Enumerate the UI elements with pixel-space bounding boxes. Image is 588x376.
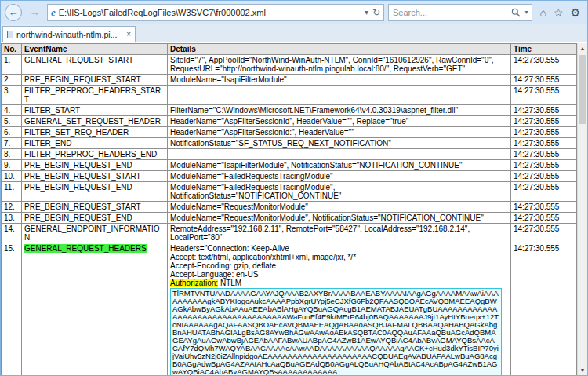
vertical-scrollbar[interactable]: ▲ ▼ [577, 43, 587, 375]
table-header-row: No. EventName Details Time [2, 44, 577, 55]
search-box[interactable]: Search... ▾ [388, 4, 532, 21]
row-number: 6. [2, 127, 22, 138]
event-time: 14:27:30.555 [511, 138, 577, 149]
log-row: 5.GENERAL_SET_REQUEST_HEADERHeaderName="… [2, 116, 577, 127]
event-time: 14:27:30.555 [511, 182, 577, 202]
address-bar[interactable]: e E:\IIS-Logs\FailedReqLogFiles\W3SVC7\f… [47, 4, 384, 21]
tab-close-icon[interactable]: × [126, 30, 131, 38]
row-number: 7. [2, 138, 22, 149]
log-row: 14.GENERAL_ENDPOINT_INFORMATIONRemoteAdd… [2, 224, 577, 243]
event-details: FilterName="C:\Windows\Microsoft.NET\Fra… [168, 105, 511, 116]
event-name: GENERAL_SET_REQUEST_HEADER [22, 116, 168, 127]
event-name: PRE_BEGIN_REQUEST_START [22, 202, 168, 213]
event-name: FILTER_START [22, 105, 168, 116]
event-details: RemoteAddress="192.168.2.11", RemotePort… [168, 224, 511, 243]
event-name: PRE_BEGIN_REQUEST_START [22, 75, 168, 86]
event-details: Headers="Connection: Keep-AliveAccept: t… [168, 243, 511, 376]
refresh-icon[interactable]: ↻ [372, 7, 380, 18]
column-header-eventname: EventName [22, 44, 168, 55]
event-name: PRE_BEGIN_REQUEST_END [22, 182, 168, 202]
event-details: ModuleName="FailedRequestsTracingModule"… [168, 182, 511, 202]
authorization-line: Authorization: NTLM [170, 279, 508, 287]
event-details: ModuleName="IsapiFilterModule" [168, 75, 511, 86]
event-details: HeaderName="AspFilterSessionId:", Header… [168, 127, 511, 138]
header-line: Accept-Encoding: gzip, deflate [170, 261, 508, 270]
log-row: 2.PRE_BEGIN_REQUEST_STARTModuleName="Isa… [2, 75, 577, 86]
ntlm-token-blob: TlRMTVNTUAADAAAAGAAYAJQAAAB2AXYBrAAAABAA… [170, 288, 502, 375]
row-number: 11. [2, 182, 22, 202]
event-time: 14:27:30.555 [511, 171, 577, 182]
row-number: 4. [2, 105, 22, 116]
forward-button[interactable]: → [26, 4, 43, 21]
browser-toolbar: ← → e E:\IIS-Logs\FailedReqLogFiles\W3SV… [1, 1, 587, 24]
address-text[interactable]: E:\IIS-Logs\FailedReqLogFiles\W3SVC7\fr0… [59, 8, 361, 17]
log-row: 6.FILTER_SET_REQ_HEADERHeaderName="AspFi… [2, 127, 577, 138]
column-header-no: No. [2, 44, 22, 55]
ie-icon: e [51, 6, 56, 19]
log-row: 11.PRE_BEGIN_REQUEST_ENDModuleName="Fail… [2, 182, 577, 202]
header-line: Accept-Language: en-US [170, 270, 508, 279]
browser-window: ← → e E:\IIS-Logs\FailedReqLogFiles\W3SV… [0, 0, 588, 376]
settings-gear-icon[interactable]: ⚙ [570, 6, 580, 19]
row-number: 9. [2, 160, 22, 171]
event-name: GENERAL_ENDPOINT_INFORMATION [22, 224, 168, 243]
header-line: Headers="Connection: Keep-Alive [170, 244, 508, 253]
search-dropdown-icon[interactable]: ▾ [524, 9, 528, 16]
row-number: 12. [2, 202, 22, 213]
event-name: GENERAL_REQUEST_HEADERS [22, 243, 168, 376]
log-row: 9.PRE_BEGIN_REQUEST_ENDModuleName="Isapi… [2, 160, 577, 171]
scrollbar-thumb[interactable] [579, 55, 586, 124]
log-table-body: 1.GENERAL_REQUEST_STARTSiteId="7", AppPo… [2, 55, 577, 376]
toolbar-icons: ⌂ ☆ ⚙ [536, 6, 583, 19]
event-time: 14:27:30.555 [511, 75, 577, 86]
trace-log-table-wrap: No. EventName Details Time 1.GENERAL_REQ… [1, 43, 577, 375]
log-row: 13.PRE_BEGIN_REQUEST_ENDModuleName="Requ… [2, 213, 577, 224]
event-name: PRE_BEGIN_REQUEST_END [22, 160, 168, 171]
row-number: 2. [2, 75, 22, 86]
event-name: FILTER_SET_REQ_HEADER [22, 127, 168, 138]
event-time: 14:27:30.555 [511, 127, 577, 138]
event-time: 14:27:30.555 [511, 86, 577, 105]
scroll-down-icon[interactable]: ▼ [578, 365, 587, 375]
log-row: 4.FILTER_STARTFilterName="C:\Windows\Mic… [2, 105, 577, 116]
row-number: 13. [2, 213, 22, 224]
trace-log-table: No. EventName Details Time 1.GENERAL_REQ… [1, 43, 577, 375]
event-time: 14:27:30.555 [511, 224, 577, 243]
event-time: 14:27:30.555 [511, 55, 577, 75]
event-details: SiteId="7", AppPoolId="NorthWind-WinAuth… [168, 55, 511, 75]
event-name: PRE_BEGIN_REQUEST_START [22, 171, 168, 182]
row-number: 14. [2, 224, 22, 243]
event-time: 14:27:30.555 [511, 105, 577, 116]
page-content: No. EventName Details Time 1.GENERAL_REQ… [1, 43, 587, 375]
event-details [168, 149, 511, 160]
scroll-up-icon[interactable]: ▲ [578, 43, 587, 53]
event-name: PRE_BEGIN_REQUEST_END [22, 213, 168, 224]
log-row: 15.GENERAL_REQUEST_HEADERSHeaders="Conne… [2, 243, 577, 376]
header-line: Accept: text/html, application/xhtml+xml… [170, 253, 508, 261]
event-time: 14:27:30.555 [511, 116, 577, 127]
tab-northwind[interactable]: northwind-winauth-ntlm.pi... × [2, 26, 136, 42]
search-input[interactable]: Search... [393, 8, 507, 17]
event-name: GENERAL_REQUEST_START [22, 55, 168, 75]
search-icon[interactable] [511, 8, 521, 17]
event-name: FILTER_END [22, 138, 168, 149]
log-row: 3.FILTER_PREPROC_HEADERS_START14:27:30.5… [2, 86, 577, 105]
column-header-time: Time [511, 44, 577, 55]
event-details: ModuleName="FailedRequestsTracingModule" [168, 171, 511, 182]
autocomplete-dropdown-icon[interactable]: ▾ [365, 8, 368, 16]
event-details: ModuleName="RequestMonitorModule", Notif… [168, 213, 511, 224]
event-time: 14:27:30.555 [511, 149, 577, 160]
document-icon [7, 31, 13, 38]
column-header-details: Details [168, 44, 511, 55]
event-name: FILTER_PREPROC_HEADERS_START [22, 86, 168, 105]
row-number: 10. [2, 171, 22, 182]
favorites-star-icon[interactable]: ☆ [554, 6, 564, 19]
log-row: 7.FILTER_ENDNotificationStatus="SF_STATU… [2, 138, 577, 149]
tab-title: northwind-winauth-ntlm.pi... [16, 30, 123, 39]
event-time: 14:27:30.555 [511, 243, 577, 376]
event-details: NotificationStatus="SF_STATUS_REQ_NEXT_N… [168, 138, 511, 149]
home-icon[interactable]: ⌂ [539, 6, 546, 19]
row-number: 15. [2, 243, 22, 376]
back-button[interactable]: ← [5, 4, 22, 21]
row-number: 1. [2, 55, 22, 75]
